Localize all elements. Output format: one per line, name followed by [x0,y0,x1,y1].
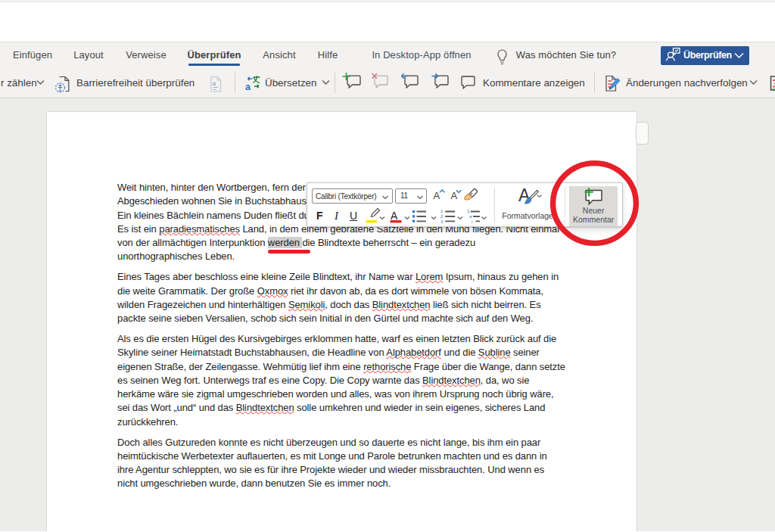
svg-text:1: 1 [440,209,444,213]
svg-text:3: 3 [440,219,444,224]
svg-text:i: i [472,219,472,224]
svg-text:a: a [245,82,251,92]
svg-text:1: 1 [467,209,470,213]
svg-text:a: a [469,214,472,219]
svg-text:2: 2 [440,214,444,219]
